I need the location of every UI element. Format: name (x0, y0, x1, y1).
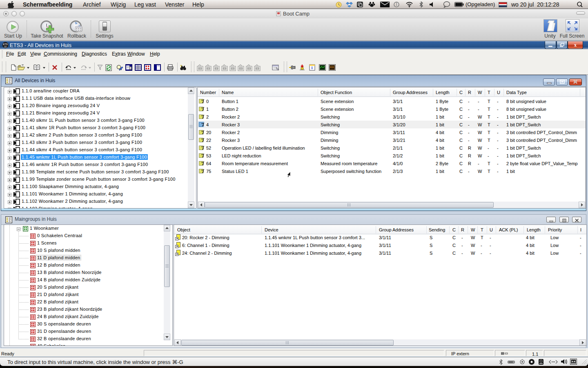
svg-text:13: 13 (4, 45, 7, 48)
svg-text:x: x (574, 42, 577, 48)
